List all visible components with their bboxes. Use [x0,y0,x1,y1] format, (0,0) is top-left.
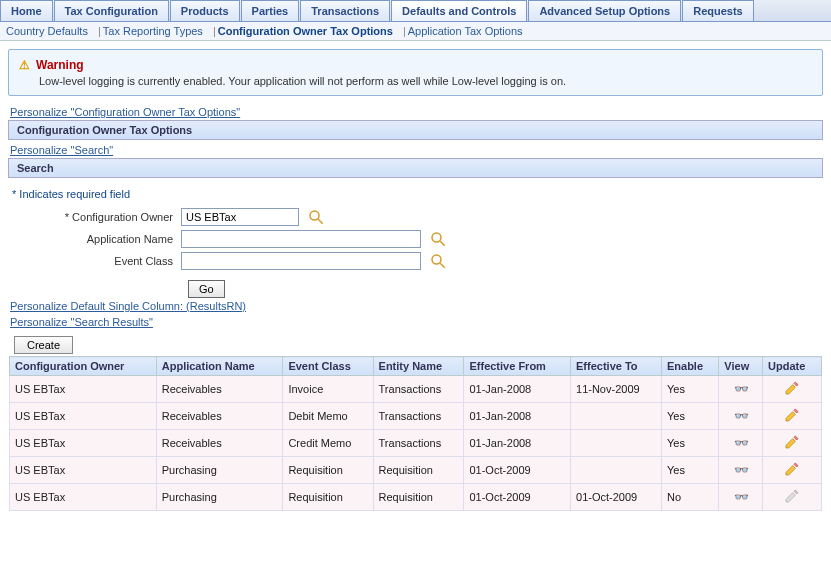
cell-enable: Yes [661,376,718,403]
table-row: US EBTaxPurchasingRequisitionRequisition… [10,457,822,484]
cell-from: 01-Jan-2008 [464,430,571,457]
event-class-input[interactable] [181,252,421,270]
table-row: US EBTaxReceivablesInvoiceTransactions01… [10,376,822,403]
personalize-results-link[interactable]: Personalize Default Single Column: (Resu… [10,300,246,312]
cell-to: 11-Nov-2009 [571,376,662,403]
cell-enable: Yes [661,403,718,430]
table-row: US EBTaxReceivablesCredit MemoTransactio… [10,430,822,457]
app-name-input[interactable] [181,230,421,248]
subtab-application-tax-options[interactable]: Application Tax Options [408,25,523,37]
tab-requests[interactable]: Requests [682,0,754,21]
view-icon[interactable]: 👓 [719,430,763,457]
cell-owner: US EBTax [10,457,157,484]
update-icon[interactable] [763,430,822,457]
tab-transactions[interactable]: Transactions [300,0,390,21]
subtab-tax-reporting-types[interactable]: Tax Reporting Types [103,25,203,37]
col-header[interactable]: Configuration Owner [10,357,157,376]
cell-entity: Transactions [373,430,464,457]
tab-home[interactable]: Home [0,0,53,21]
svg-line-5 [440,263,445,268]
col-header[interactable]: View [719,357,763,376]
cell-event: Debit Memo [283,403,373,430]
lookup-icon[interactable] [307,208,325,226]
update-icon[interactable] [763,403,822,430]
view-icon[interactable]: 👓 [719,376,763,403]
app-name-label: Application Name [8,233,181,245]
warning-panel: Warning Low-level logging is currently e… [8,49,823,96]
subtab-country-defaults[interactable]: Country Defaults [6,25,88,37]
panel-title: Configuration Owner Tax Options [8,120,823,140]
cell-app: Purchasing [156,457,283,484]
cell-enable: Yes [661,430,718,457]
tab-tax-configuration[interactable]: Tax Configuration [54,0,169,21]
cell-app: Receivables [156,430,283,457]
create-button[interactable]: Create [14,336,73,354]
cell-app: Receivables [156,376,283,403]
top-tabs: HomeTax ConfigurationProductsPartiesTran… [0,0,831,22]
cell-event: Requisition [283,457,373,484]
col-header[interactable]: Event Class [283,357,373,376]
cell-entity: Transactions [373,376,464,403]
table-row: US EBTaxReceivablesDebit MemoTransaction… [10,403,822,430]
col-header[interactable]: Effective From [464,357,571,376]
cell-entity: Transactions [373,403,464,430]
cell-event: Credit Memo [283,430,373,457]
cell-to: 01-Oct-2009 [571,484,662,511]
cell-owner: US EBTax [10,484,157,511]
cell-event: Invoice [283,376,373,403]
personalize-search-link[interactable]: Personalize "Search" [10,144,113,156]
view-icon[interactable]: 👓 [719,403,763,430]
update-icon [763,484,822,511]
cell-from: 01-Jan-2008 [464,403,571,430]
cell-from: 01-Oct-2009 [464,484,571,511]
cell-owner: US EBTax [10,376,157,403]
required-note: * Indicates required field [12,188,819,200]
cell-enable: No [661,484,718,511]
personalize-search-results-link[interactable]: Personalize "Search Results" [10,316,153,328]
svg-point-2 [432,233,441,242]
view-icon[interactable]: 👓 [719,457,763,484]
cell-app: Receivables [156,403,283,430]
cell-event: Requisition [283,484,373,511]
cell-from: 01-Oct-2009 [464,457,571,484]
warning-title: Warning [19,58,812,72]
cell-to [571,403,662,430]
tab-advanced-setup-options[interactable]: Advanced Setup Options [528,0,681,21]
results-table: Configuration OwnerApplication NameEvent… [9,356,822,511]
personalize-coto-link[interactable]: Personalize "Configuration Owner Tax Opt… [10,106,240,118]
tab-parties[interactable]: Parties [241,0,300,21]
lookup-icon[interactable] [429,230,447,248]
cell-owner: US EBTax [10,403,157,430]
svg-point-0 [310,211,319,220]
update-icon[interactable] [763,376,822,403]
cell-to [571,457,662,484]
cell-enable: Yes [661,457,718,484]
col-header[interactable]: Update [763,357,822,376]
cell-from: 01-Jan-2008 [464,376,571,403]
go-button[interactable]: Go [188,280,225,298]
col-header[interactable]: Effective To [571,357,662,376]
update-icon[interactable] [763,457,822,484]
event-class-label: Event Class [8,255,181,267]
table-row: US EBTaxPurchasingRequisitionRequisition… [10,484,822,511]
cell-entity: Requisition [373,484,464,511]
col-header[interactable]: Enable [661,357,718,376]
col-header[interactable]: Application Name [156,357,283,376]
cell-app: Purchasing [156,484,283,511]
cell-owner: US EBTax [10,430,157,457]
svg-point-4 [432,255,441,264]
config-owner-label: * Configuration Owner [8,211,181,223]
search-title: Search [8,158,823,178]
svg-line-3 [440,241,445,246]
col-header[interactable]: Entity Name [373,357,464,376]
lookup-icon[interactable] [429,252,447,270]
subtab-configuration-owner-tax-options[interactable]: Configuration Owner Tax Options [218,25,393,37]
cell-entity: Requisition [373,457,464,484]
view-icon[interactable]: 👓 [719,484,763,511]
warning-body: Low-level logging is currently enabled. … [39,75,812,87]
sub-tabs: Country Defaults|Tax Reporting Types|Con… [0,22,831,41]
tab-products[interactable]: Products [170,0,240,21]
svg-line-1 [318,219,323,224]
tab-defaults-and-controls[interactable]: Defaults and Controls [391,0,527,21]
config-owner-input[interactable] [181,208,299,226]
